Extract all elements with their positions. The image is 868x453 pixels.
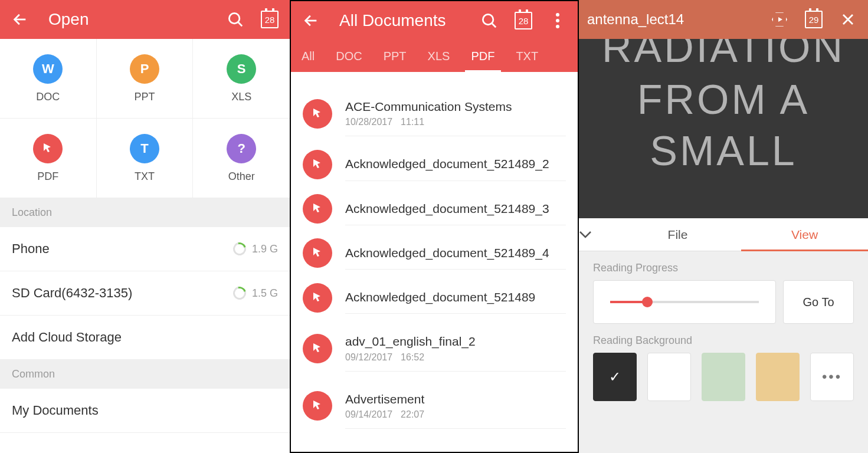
location-size: 1.5 G [252, 287, 278, 300]
play-icon[interactable] [768, 8, 791, 31]
type-label: Other [228, 170, 255, 183]
file-type-grid: W DOC P PPT S XLS PDF T TXT ? Other [0, 39, 290, 198]
doc-line: SMALL [650, 126, 797, 178]
sheet-tab-file[interactable]: File [614, 218, 741, 251]
bg-swatch-more[interactable]: ••• [810, 353, 854, 401]
bg-swatch-tan[interactable] [756, 353, 800, 401]
back-icon[interactable] [8, 8, 32, 31]
file-row[interactable]: Acknowledged_document_521489_2 [291, 142, 578, 186]
page-title: Open [48, 10, 224, 29]
file-row[interactable]: Acknowledged_document_521489 [291, 275, 578, 320]
file-row[interactable]: Acknowledged_document_521489_4 [291, 231, 578, 275]
file-name: Acknowledged_document_521489_4 [345, 245, 566, 261]
type-txt[interactable]: T TXT [97, 119, 194, 198]
reading-background-label: Reading Background [579, 324, 868, 353]
tab-pdf[interactable]: PDF [460, 40, 505, 72]
calendar-icon[interactable]: 28 [258, 8, 281, 31]
reading-progress-label: Reading Progress [579, 251, 868, 280]
location-size: 1.9 G [252, 243, 278, 255]
calendar-icon[interactable]: 29 [802, 8, 826, 31]
bg-swatch-dark[interactable]: ✓ [593, 353, 637, 401]
pdf-icon [303, 238, 332, 268]
section-location: Location [0, 198, 290, 227]
header: Open 28 [0, 0, 290, 39]
type-label: TXT [135, 170, 155, 183]
type-label: XLS [231, 91, 251, 103]
add-cloud-storage[interactable]: Add Cloud Storage [0, 316, 290, 360]
type-label: PPT [134, 91, 155, 103]
search-icon[interactable] [224, 8, 247, 31]
pdf-icon [303, 150, 332, 179]
panel-reader: antenna_lect14 29 RADIATIONFROM ASMALL F… [579, 0, 868, 453]
my-documents[interactable]: My Documents [0, 389, 290, 433]
location-row[interactable]: Phone 1.9 G [0, 227, 290, 271]
bg-swatch-white[interactable] [647, 353, 691, 401]
file-row[interactable]: ACE-Communication Systems10/28/201711:11 [291, 85, 578, 142]
more-icon[interactable] [546, 9, 569, 32]
location-name: Phone [12, 241, 233, 257]
doc-title: antenna_lect14 [587, 11, 768, 28]
storage-donut-icon [231, 240, 248, 258]
pdf-icon [303, 194, 332, 224]
collapse-icon[interactable] [579, 231, 614, 239]
type-label: PDF [37, 170, 58, 183]
file-list: ACE-Communication Systems10/28/201711:11… [291, 72, 578, 452]
close-icon[interactable] [836, 8, 860, 31]
file-meta: 09/12/201716:52 [345, 352, 566, 363]
type-label: DOC [36, 91, 60, 103]
file-name: Acknowledged_document_521489 [345, 290, 566, 305]
storage-donut-icon [231, 284, 248, 302]
file-name: Advertisement [345, 392, 566, 407]
doc-line: RADIATION [602, 39, 845, 74]
search-icon[interactable] [477, 9, 501, 32]
back-icon[interactable] [299, 9, 323, 32]
svg-point-0 [229, 13, 240, 24]
background-swatches: ✓ ••• [579, 353, 868, 401]
pdf-icon [303, 391, 332, 421]
header: antenna_lect14 29 [579, 0, 868, 39]
type-ppt[interactable]: P PPT [97, 39, 194, 119]
page-title: All Documents [339, 11, 477, 30]
header: All Documents 28 [291, 1, 578, 40]
sheet-tabs: FileView [579, 218, 868, 251]
type-xls[interactable]: S XLS [193, 39, 290, 119]
goto-button[interactable]: Go To [783, 280, 854, 324]
section-common: Common [0, 360, 290, 389]
panel-open: Open 28 W DOC P PPT S XLS PDF T TXT ? Ot… [0, 0, 290, 453]
file-row[interactable]: Advertisement09/14/201722:07 [291, 378, 578, 435]
file-name: Acknowledged_document_521489_3 [345, 201, 566, 216]
svg-point-3 [556, 19, 559, 22]
doc-line: FROM A [637, 74, 810, 126]
sheet-tab-view[interactable]: View [741, 218, 868, 251]
location-row[interactable]: SD Card(6432-3135) 1.5 G [0, 271, 290, 316]
file-row[interactable]: Acknowledged_document_521489_3 [291, 187, 578, 231]
tab-xls[interactable]: XLS [417, 40, 461, 72]
pdf-icon [303, 334, 332, 363]
svg-point-1 [483, 14, 493, 25]
svg-point-2 [556, 13, 559, 17]
tab-ppt[interactable]: PPT [373, 40, 417, 72]
pdf-icon [303, 99, 332, 129]
file-name: Acknowledged_document_521489_2 [345, 156, 566, 172]
filter-tabs: AllDOCPPTXLSPDFTXT [291, 40, 578, 72]
file-name: adv_01_english_final_2 [345, 334, 566, 349]
bg-swatch-green[interactable] [702, 353, 745, 401]
type-pdf[interactable]: PDF [0, 119, 97, 198]
document-preview[interactable]: RADIATIONFROM ASMALL [579, 39, 868, 218]
tab-txt[interactable]: TXT [505, 40, 549, 72]
svg-point-4 [556, 25, 559, 28]
tab-doc[interactable]: DOC [325, 40, 372, 72]
panel-all-documents: All Documents 28 AllDOCPPTXLSPDFTXT ACE-… [290, 0, 579, 453]
tab-all[interactable]: All [291, 40, 325, 72]
reading-progress-slider[interactable] [593, 280, 776, 324]
type-doc[interactable]: W DOC [0, 39, 97, 119]
location-name: SD Card(6432-3135) [12, 285, 233, 301]
file-row[interactable]: adv_01_english_final_209/12/201716:52 [291, 320, 578, 377]
file-meta: 09/14/201722:07 [345, 409, 566, 420]
bottom-sheet: FileView Reading Progress Go To Reading … [579, 218, 868, 453]
pdf-icon [303, 283, 332, 313]
file-name: ACE-Communication Systems [345, 99, 566, 114]
file-meta: 10/28/201711:11 [345, 117, 566, 127]
calendar-icon[interactable]: 28 [512, 9, 535, 32]
type-other[interactable]: ? Other [193, 119, 290, 198]
